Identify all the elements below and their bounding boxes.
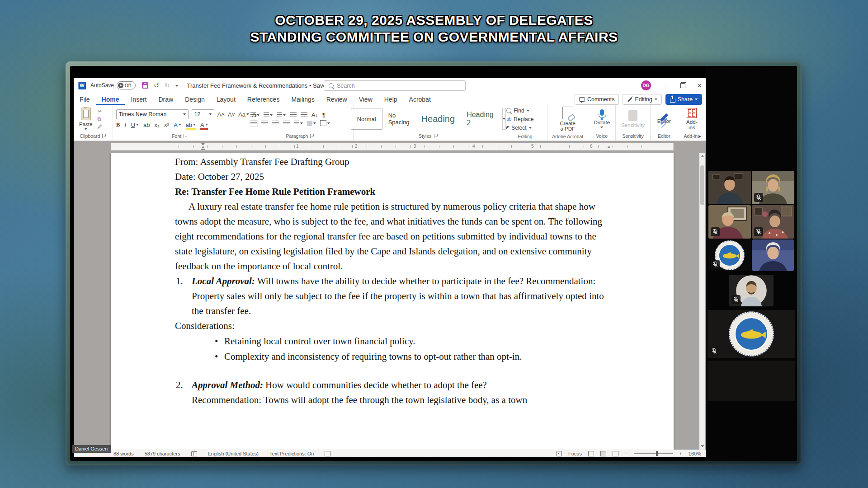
superscript-button[interactable]: x²	[164, 122, 169, 128]
participant-video-4[interactable]	[752, 205, 794, 239]
scroll-down-icon[interactable]	[701, 445, 704, 447]
align-center-icon[interactable]	[261, 121, 268, 126]
subscript-button[interactable]: x₂	[155, 122, 160, 128]
save-icon[interactable]	[142, 82, 148, 89]
paragraph-dialog-launcher-icon[interactable]	[310, 134, 314, 138]
document-title[interactable]: Transfer Fee Framework & Recommendations…	[187, 82, 335, 89]
minimize-button[interactable]: —	[663, 83, 669, 89]
cut-icon[interactable]: ✂	[97, 108, 102, 114]
accessibility-icon[interactable]	[325, 451, 330, 456]
tab-references[interactable]: References	[241, 93, 286, 105]
comments-button[interactable]: Comments	[575, 94, 619, 105]
shrink-font-button[interactable]: A˅	[228, 111, 235, 118]
word-count[interactable]: 88 words	[113, 451, 134, 456]
participant-video-3[interactable]	[708, 205, 751, 239]
character-count[interactable]: 5879 characters	[145, 451, 180, 456]
style-heading2[interactable]: Heading 2	[461, 108, 500, 129]
style-no-spacing[interactable]: No Spacing	[382, 108, 415, 129]
participant-seal-wide[interactable]	[708, 310, 795, 358]
redo-icon[interactable]: ↻	[165, 82, 170, 89]
participant-video-1[interactable]	[708, 171, 751, 204]
dictate-button[interactable]: Dictate	[591, 109, 612, 128]
increase-indent-icon[interactable]	[301, 113, 307, 118]
line-spacing-icon[interactable]	[294, 121, 303, 126]
font-color-button[interactable]: A	[200, 122, 208, 128]
participant-avatar-tile[interactable]	[729, 275, 774, 306]
font-name-combo[interactable]: Times New Roman	[116, 109, 189, 119]
tab-view[interactable]: View	[353, 93, 378, 105]
addins-button[interactable]: Add-ins	[681, 108, 703, 130]
tab-insert[interactable]: Insert	[125, 93, 152, 105]
proofing-icon[interactable]	[191, 451, 197, 456]
style-normal[interactable]: Normal	[351, 108, 382, 130]
participant-video-5-active-speaker[interactable]	[752, 239, 794, 271]
grow-font-button[interactable]: A˄	[217, 111, 225, 118]
italic-button[interactable]: I	[124, 121, 126, 128]
align-right-icon[interactable]	[272, 121, 279, 126]
participant-seal-small[interactable]	[708, 239, 751, 271]
participant-tile-partial[interactable]	[708, 361, 795, 401]
search-box[interactable]: Search	[324, 80, 466, 91]
zoom-in-button[interactable]: +	[679, 451, 682, 456]
horizontal-ruler[interactable]: 1 2 3 4 5 6	[111, 143, 674, 150]
tab-review[interactable]: Review	[321, 93, 353, 105]
borders-icon[interactable]	[320, 120, 330, 126]
read-mode-icon[interactable]	[588, 451, 594, 456]
align-left-icon[interactable]	[250, 121, 257, 126]
tab-home[interactable]: Home	[96, 93, 125, 105]
underline-button[interactable]: U	[131, 122, 139, 128]
left-indent-marker[interactable]	[201, 149, 205, 150]
tab-mailings[interactable]: Mailings	[285, 93, 320, 105]
format-painter-icon[interactable]: 🖉	[97, 124, 102, 129]
select-button[interactable]: Select	[506, 124, 533, 131]
scroll-up-icon[interactable]	[701, 155, 704, 157]
undo-icon[interactable]: ↺	[154, 82, 159, 89]
scrollbar-thumb[interactable]	[700, 165, 704, 205]
tab-design[interactable]: Design	[179, 93, 211, 105]
shading-icon[interactable]	[307, 121, 316, 126]
clipboard-dialog-launcher-icon[interactable]	[102, 134, 106, 138]
ribbon-collapse-chevron-icon[interactable]	[698, 136, 701, 138]
bullets-icon[interactable]	[250, 113, 259, 118]
close-button[interactable]: ✕	[697, 83, 702, 89]
editing-mode-button[interactable]: Editing	[623, 94, 661, 105]
tab-draw[interactable]: Draw	[152, 93, 179, 105]
paste-button[interactable]: Paste	[77, 108, 94, 130]
web-layout-icon[interactable]	[613, 451, 618, 456]
right-indent-marker[interactable]	[607, 146, 611, 148]
autosave-toggle[interactable]: Off	[117, 81, 136, 89]
numbering-icon[interactable]	[264, 113, 273, 118]
copy-icon[interactable]: ⧉	[97, 116, 102, 122]
print-layout-icon[interactable]	[600, 451, 606, 456]
bold-button[interactable]: B	[116, 121, 120, 128]
zoom-slider-thumb[interactable]	[656, 451, 658, 456]
tab-layout[interactable]: Layout	[211, 93, 241, 105]
document-page[interactable]: From: Assembly Transfer Fee Drafting Gro…	[111, 153, 674, 450]
tab-acrobat[interactable]: Acrobat	[403, 93, 437, 105]
style-heading[interactable]: Heading	[415, 108, 461, 129]
styles-dialog-launcher-icon[interactable]	[434, 134, 438, 138]
first-line-indent-marker[interactable]	[201, 143, 205, 145]
text-predictions[interactable]: Text Predictions: On	[269, 451, 314, 456]
restore-button[interactable]	[680, 83, 685, 88]
find-button[interactable]: Find	[506, 107, 533, 114]
zoom-slider[interactable]	[634, 453, 673, 454]
account-avatar[interactable]: DG	[641, 80, 651, 90]
justify-icon[interactable]	[283, 121, 290, 126]
sort-icon[interactable]: A↓	[311, 112, 318, 118]
replace-button[interactable]: abReplace	[506, 115, 533, 123]
font-size-combo[interactable]: 12	[192, 109, 214, 119]
tab-help[interactable]: Help	[378, 93, 403, 105]
multilevel-list-icon[interactable]	[277, 113, 286, 118]
document-scrollbar[interactable]	[699, 153, 705, 450]
strikethrough-button[interactable]: ab	[143, 122, 150, 128]
font-dialog-launcher-icon[interactable]	[184, 134, 188, 138]
text-effects-button[interactable]: A	[174, 122, 181, 128]
hanging-indent-marker[interactable]	[201, 146, 205, 148]
zoom-level[interactable]: 160%	[689, 451, 701, 456]
participant-video-2[interactable]	[752, 171, 794, 204]
quick-access-chevron-icon[interactable]	[175, 82, 178, 89]
paragraph-marks-icon[interactable]: ¶	[322, 112, 326, 118]
create-pdf-button[interactable]: Createa PDF	[557, 107, 578, 131]
decrease-indent-icon[interactable]	[290, 113, 297, 118]
